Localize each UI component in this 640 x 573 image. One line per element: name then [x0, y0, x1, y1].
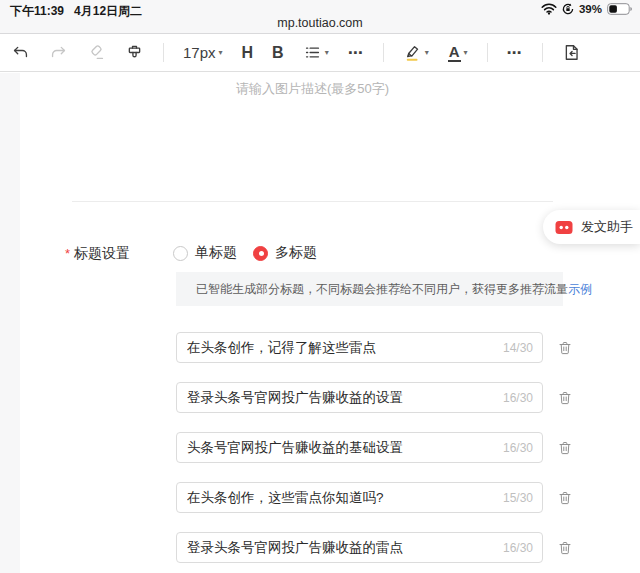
title-input-wrap: 16/30: [176, 432, 543, 463]
format-painter-button[interactable]: [125, 43, 144, 62]
title-list: 14/30 16/30 16/30: [176, 332, 573, 563]
toolbar-separator: [487, 43, 488, 62]
wifi-icon: [541, 3, 557, 15]
dropdown-caret-icon: ▾: [464, 49, 468, 57]
radio-circle-icon: [173, 246, 188, 261]
title-input[interactable]: [176, 532, 543, 563]
address-bar[interactable]: mp.toutiao.com: [0, 16, 640, 30]
title-row: 16/30: [176, 382, 573, 413]
dropdown-caret-icon: ▾: [425, 49, 429, 57]
trash-icon: [557, 390, 573, 406]
clear-format-button[interactable]: [87, 43, 106, 62]
more-tools-button[interactable]: ⋯: [348, 45, 364, 60]
char-counter: 16/30: [503, 391, 533, 405]
undo-button[interactable]: [11, 43, 30, 62]
more-icon: ⋯: [507, 45, 523, 60]
eraser-icon: [87, 43, 106, 62]
notice-text: 已智能生成部分标题，不同标题会推荐给不同用户，获得更多推荐流量: [196, 281, 568, 298]
font-size-value: 17px: [183, 44, 216, 61]
text-color-label: A: [448, 43, 461, 62]
toolbar-separator: [383, 43, 384, 62]
trash-icon: [557, 440, 573, 456]
undo-icon: [11, 43, 30, 62]
image-caption-placeholder[interactable]: 请输入图片描述(最多50字): [72, 80, 553, 98]
bold-label: B: [272, 44, 284, 62]
title-input-wrap: 14/30: [176, 332, 543, 363]
char-counter: 14/30: [503, 341, 533, 355]
title-input[interactable]: [176, 332, 543, 363]
smart-title-notice: 已智能生成部分标题，不同标题会推荐给不同用户，获得更多推荐流量示例: [176, 272, 563, 306]
title-row: 14/30: [176, 332, 573, 363]
highlighter-icon: [403, 43, 422, 62]
char-counter: 16/30: [503, 541, 533, 555]
single-title-label: 单标题: [195, 244, 237, 262]
battery-percent: 39%: [579, 3, 602, 15]
redo-icon: [49, 43, 68, 62]
heading-label: H: [242, 44, 254, 62]
list-icon: [303, 43, 322, 62]
battery-icon: [607, 3, 633, 15]
radio-circle-icon: [253, 246, 268, 261]
title-row: 15/30: [176, 482, 573, 513]
editor-divider: [72, 201, 553, 202]
title-input-wrap: 16/30: [176, 382, 543, 413]
trash-icon: [557, 340, 573, 356]
title-input-wrap: 15/30: [176, 482, 543, 513]
file-import-icon: [562, 43, 581, 62]
trash-icon: [557, 540, 573, 556]
more-options-button[interactable]: ⋯: [507, 45, 523, 60]
page-content: 请输入图片描述(最多50字) 发文助手 *标题设置 单标题 多标题 已智能生成部…: [0, 73, 640, 573]
format-painter-icon: [125, 43, 144, 62]
bold-button[interactable]: B: [272, 44, 284, 62]
char-counter: 16/30: [503, 441, 533, 455]
multi-title-radio[interactable]: 多标题: [253, 244, 317, 262]
rotation-lock-icon: [562, 3, 574, 15]
toolbar-separator: [542, 43, 543, 62]
publish-assistant-label: 发文助手: [581, 218, 633, 236]
multi-title-label: 多标题: [275, 244, 317, 262]
delete-title-button[interactable]: [557, 540, 573, 556]
delete-title-button[interactable]: [557, 440, 573, 456]
single-title-radio[interactable]: 单标题: [173, 244, 237, 262]
toolbar-separator: [163, 43, 164, 62]
title-input[interactable]: [176, 382, 543, 413]
publish-assistant-button[interactable]: 发文助手: [543, 210, 640, 244]
char-counter: 15/30: [503, 491, 533, 505]
dropdown-caret-icon: ▾: [325, 49, 329, 57]
delete-title-button[interactable]: [557, 390, 573, 406]
highlight-color-button[interactable]: ▾: [403, 43, 429, 62]
more-icon: ⋯: [348, 45, 364, 60]
robot-icon: [555, 220, 573, 235]
title-input[interactable]: [176, 482, 543, 513]
title-input-wrap: 16/30: [176, 532, 543, 563]
required-asterisk: *: [65, 246, 70, 261]
dropdown-caret-icon: ▾: [219, 49, 223, 57]
page-background-strip: [0, 73, 20, 573]
ipad-screen: 下午11:39 4月12日周二 39% mp.touti: [0, 0, 640, 573]
title-input[interactable]: [176, 432, 543, 463]
status-icons: 39%: [541, 3, 633, 15]
example-link[interactable]: 示例: [568, 281, 592, 298]
editor-toolbar: 17px ▾ H B ▾ ⋯ ▾ A ▾: [0, 34, 640, 72]
trash-icon: [557, 490, 573, 506]
title-settings-label: *标题设置: [65, 245, 130, 263]
heading-button[interactable]: H: [242, 44, 254, 62]
text-color-button[interactable]: A ▾: [448, 43, 468, 62]
title-row: 16/30: [176, 432, 573, 463]
delete-title-button[interactable]: [557, 490, 573, 506]
redo-button[interactable]: [49, 43, 68, 62]
title-row: 16/30: [176, 532, 573, 563]
import-document-button[interactable]: [562, 43, 581, 62]
font-size-select[interactable]: 17px ▾: [183, 44, 223, 61]
status-bar: 下午11:39 4月12日周二 39% mp.touti: [0, 0, 640, 34]
list-button[interactable]: ▾: [303, 43, 329, 62]
delete-title-button[interactable]: [557, 340, 573, 356]
